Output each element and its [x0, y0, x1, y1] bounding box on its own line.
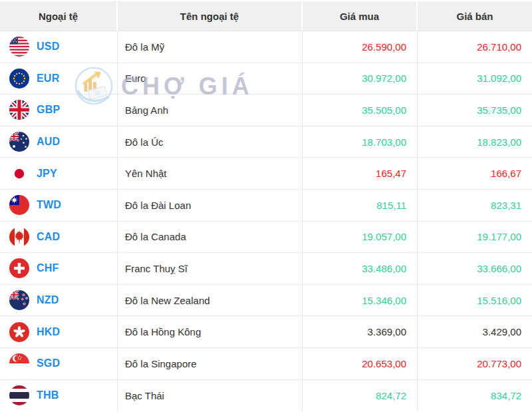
header-currency: Ngoại tệ: [0, 1, 118, 31]
buy-price: 19.057,00: [303, 222, 418, 254]
currency-code-link[interactable]: USD: [37, 41, 59, 53]
twd-flag-icon: [9, 195, 29, 215]
currency-code-link[interactable]: AUD: [37, 136, 60, 148]
sell-price: 18.823,00: [418, 126, 532, 158]
currency-cell: EUR: [0, 63, 118, 95]
eur-flag-icon: [9, 69, 29, 89]
currency-name: Đô la Úc: [118, 126, 303, 158]
nzd-flag-icon: [9, 290, 29, 310]
buy-price: 35.505,00: [303, 95, 418, 126]
currency-cell: SGD: [0, 348, 118, 380]
currency-cell: CHF: [0, 253, 118, 285]
currency-code-link[interactable]: TWD: [37, 199, 61, 211]
exchange-rate-page: Ngoại tệ Tên ngoại tệ Giá mua Giá bán US…: [0, 0, 532, 412]
currency-row-sgd: SGD Đô la Singapore 20.653,00 20.773,00: [0, 348, 532, 380]
buy-price: 20.653,00: [303, 348, 418, 380]
jpy-flag-icon: [9, 164, 29, 184]
currency-code-link[interactable]: HKD: [37, 326, 60, 338]
sell-price: 834,72: [418, 380, 532, 412]
buy-price: 30.972,00: [303, 63, 418, 95]
currency-row-gbp: GBP Bảng Anh 35.505,00 35.735,00: [0, 95, 532, 126]
header-sell-price: Giá bán: [418, 1, 532, 31]
currency-cell: CAD: [0, 222, 118, 254]
sell-price: 19.177,00: [418, 222, 532, 254]
currency-code-link[interactable]: NZD: [37, 294, 59, 306]
sell-price: 33.666,00: [418, 253, 532, 285]
currency-cell: USD: [0, 31, 118, 63]
buy-price: 26.590,00: [303, 31, 418, 63]
currency-name: Đô la Đài Loan: [118, 190, 303, 222]
currency-cell: GBP: [0, 95, 118, 126]
buy-price: 3.369,00: [303, 316, 418, 348]
currency-row-twd: TWD Đô la Đài Loan 815,11 823,31: [0, 190, 532, 222]
header-currency-name: Tên ngoại tệ: [118, 1, 303, 31]
currency-row-usd: USD Đô la Mỹ 26.590,00 26.710,00: [0, 31, 532, 63]
buy-price: 33.486,00: [303, 253, 418, 285]
currency-name: Đô la Singapore: [118, 348, 303, 380]
buy-price: 815,11: [303, 190, 418, 222]
currency-cell: AUD: [0, 126, 118, 158]
currency-cell: NZD: [0, 285, 118, 317]
table-header-row: Ngoại tệ Tên ngoại tệ Giá mua Giá bán: [0, 1, 532, 31]
currency-name: Bảng Anh: [118, 95, 303, 126]
currency-name: Đô la Canada: [118, 222, 303, 254]
thb-flag-icon: [9, 385, 29, 405]
currency-name: Euro: [118, 63, 303, 95]
currency-row-chf: CHF Franc Thuỵ Sĩ 33.486,00 33.666,00: [0, 253, 532, 285]
buy-price: 15.346,00: [303, 285, 418, 317]
currency-code-link[interactable]: THB: [37, 389, 59, 401]
aud-flag-icon: [9, 132, 29, 152]
sell-price: 15.516,00: [418, 285, 532, 317]
sell-price: 823,31: [418, 190, 532, 222]
sell-price: 26.710,00: [418, 31, 532, 63]
buy-price: 824,72: [303, 380, 418, 412]
currency-cell: TWD: [0, 190, 118, 222]
currency-row-nzd: NZD Đô la New Zealand 15.346,00 15.516,0…: [0, 285, 532, 317]
sell-price: 31.092,00: [418, 63, 532, 95]
currency-code-link[interactable]: GBP: [37, 104, 60, 116]
sell-price: 35.735,00: [418, 95, 532, 126]
sell-price: 3.429,00: [418, 316, 532, 348]
gbp-flag-icon: [9, 100, 29, 120]
currency-row-eur: EUR Euro 30.972,00 31.092,00: [0, 63, 532, 95]
buy-price: 18.703,00: [303, 126, 418, 158]
chf-flag-icon: [9, 258, 29, 278]
header-buy-price: Giá mua: [303, 1, 418, 31]
hkd-flag-icon: [9, 322, 29, 342]
currency-code-link[interactable]: CHF: [37, 262, 59, 274]
currency-code-link[interactable]: CAD: [37, 231, 60, 243]
currency-name: Yên Nhật: [118, 158, 303, 190]
currency-name: Đô la New Zealand: [118, 285, 303, 317]
currency-row-hkd: HKD Đô la Hồng Kông 3.369,00 3.429,00: [0, 316, 532, 348]
currency-name: Đô la Mỹ: [118, 31, 303, 63]
buy-price: 165,47: [303, 158, 418, 190]
currency-row-jpy: JPY Yên Nhật 165,47 166,67: [0, 158, 532, 190]
currency-code-link[interactable]: SGD: [37, 357, 60, 369]
usd-flag-icon: [9, 37, 29, 57]
currency-name: Franc Thuỵ Sĩ: [118, 253, 303, 285]
currency-cell: HKD: [0, 316, 118, 348]
currency-code-link[interactable]: EUR: [37, 73, 59, 85]
currency-cell: JPY: [0, 158, 118, 190]
sell-price: 20.773,00: [418, 348, 532, 380]
cad-flag-icon: [9, 227, 29, 247]
exchange-rate-table: Ngoại tệ Tên ngoại tệ Giá mua Giá bán US…: [0, 1, 532, 411]
currency-row-aud: AUD Đô la Úc 18.703,00 18.823,00: [0, 126, 532, 158]
currency-code-link[interactable]: JPY: [37, 168, 57, 180]
currency-name: Đô la Hồng Kông: [118, 316, 303, 348]
currency-row-thb: THB Bạc Thái 824,72 834,72: [0, 380, 532, 412]
currency-row-cad: CAD Đô la Canada 19.057,00 19.177,00: [0, 222, 532, 254]
currency-name: Bạc Thái: [118, 380, 303, 412]
currency-cell: THB: [0, 380, 118, 412]
sgd-flag-icon: [9, 353, 29, 373]
sell-price: 166,67: [418, 158, 532, 190]
